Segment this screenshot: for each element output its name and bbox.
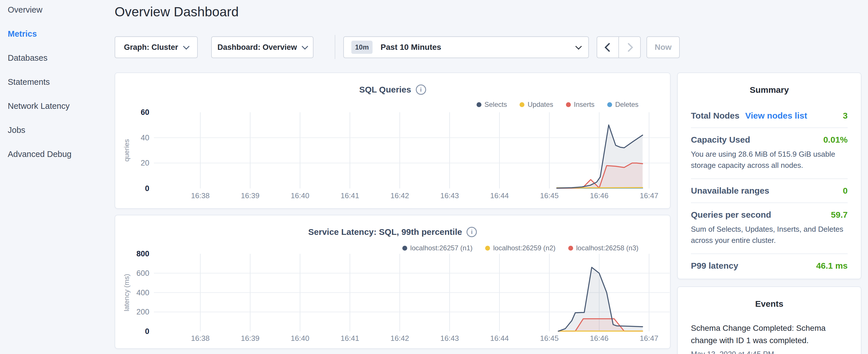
prev-interval-button[interactable] (597, 37, 619, 58)
graph-scope-dropdown[interactable]: Graph: Cluster (115, 36, 198, 58)
chevron-down-icon (576, 43, 582, 50)
legend-label: Deletes (615, 100, 639, 108)
page-title: Overview Dashboard (115, 4, 239, 20)
dashboard-label: Dashboard: Overview (217, 43, 297, 52)
controls-divider (335, 35, 335, 59)
graph-scope-label: Graph: Cluster (124, 43, 178, 52)
legend-item: Selects (476, 100, 507, 108)
x-tick-label: 16:40 (290, 191, 309, 200)
chevron-down-icon (183, 43, 189, 50)
x-tick-label: 16:43 (440, 334, 459, 343)
sidebar-item-databases[interactable]: Databases (8, 53, 105, 63)
y-tick-label: 800 (136, 250, 149, 258)
service-latency-chart: 16:3816:3916:4016:4116:4216:4316:4416:45… (115, 250, 671, 347)
sidebar-nav: OverviewMetricsDatabasesStatementsNetwor… (8, 5, 105, 173)
y-tick-label: 40 (141, 133, 149, 142)
legend-dot-icon (520, 102, 524, 107)
sql-queries-chart: 16:3816:3916:4016:4116:4216:4316:4416:45… (115, 109, 671, 203)
x-tick-label: 16:38 (191, 191, 210, 200)
x-tick-label: 16:39 (241, 334, 259, 343)
y-tick-label: 400 (136, 288, 149, 297)
info-icon[interactable]: i (467, 227, 477, 237)
x-tick-label: 16:42 (390, 334, 409, 343)
time-range-selector[interactable]: 10m Past 10 Minutes (343, 36, 589, 58)
y-axis-title: queries (123, 139, 130, 162)
legend-label: Selects (485, 100, 507, 108)
summary-title: Summary (678, 85, 861, 95)
y-tick-label: 60 (141, 109, 149, 117)
view-nodes-list-link[interactable]: View nodes list (745, 111, 807, 121)
x-tick-label: 16:41 (340, 334, 359, 343)
y-tick-label: 20 (141, 159, 149, 167)
y-tick-label: 600 (136, 269, 149, 278)
x-tick-label: 16:45 (540, 334, 559, 343)
x-tick-label: 16:46 (590, 191, 608, 200)
sidebar-item-network-latency[interactable]: Network Latency (8, 101, 105, 111)
summary-value: 46.1 ms (816, 261, 848, 271)
y-tick-label: 0 (145, 327, 149, 336)
now-button[interactable]: Now (647, 36, 680, 58)
x-tick-label: 16:44 (490, 191, 509, 200)
x-tick-label: 16:45 (540, 191, 559, 200)
info-icon[interactable]: i (416, 85, 426, 95)
x-tick-label: 16:38 (191, 334, 210, 343)
time-window-badge: 10m (351, 41, 373, 54)
service-latency-chart-card: Service Latency: SQL, 99th percentile i … (115, 215, 671, 349)
x-tick-label: 16:42 (390, 191, 409, 200)
x-tick-label: 16:43 (440, 191, 459, 200)
event-timestamp: May 13, 2020 at 4:45 PM (691, 350, 848, 354)
summary-row: Unavailable ranges0 (691, 179, 848, 202)
summary-rows: Total NodesView nodes list3Capacity Used… (678, 111, 861, 278)
summary-row: Capacity Used0.01%You are using 28.6 MiB… (691, 127, 848, 179)
chevron-down-icon (302, 43, 308, 50)
legend-label: Updates (528, 100, 553, 108)
legend-item: Updates (520, 100, 553, 108)
summary-value: 0.01% (823, 135, 848, 144)
time-pager (597, 36, 641, 58)
sidebar-item-statements[interactable]: Statements (8, 77, 105, 87)
sidebar-item-metrics[interactable]: Metrics (8, 29, 105, 39)
summary-row: P99 latency46.1 ms (691, 254, 848, 278)
sidebar-item-advanced-debug[interactable]: Advanced Debug (8, 150, 105, 159)
x-tick-label: 16:40 (290, 334, 309, 343)
legend-item: Deletes (607, 100, 639, 108)
y-tick-label: 200 (136, 308, 149, 316)
events-list: Schema Change Completed: Schema change w… (678, 322, 861, 354)
sidebar-item-jobs[interactable]: Jobs (8, 125, 105, 135)
event-message: Schema Change Completed: Schema change w… (691, 322, 848, 347)
summary-panel: Summary Total NodesView nodes list3Capac… (677, 72, 861, 279)
summary-label: Queries per second (691, 210, 771, 220)
x-tick-label: 16:44 (490, 334, 509, 343)
legend-label: Inserts (574, 100, 595, 108)
sidebar-item-overview[interactable]: Overview (8, 5, 105, 14)
dashboard-dropdown[interactable]: Dashboard: Overview (211, 36, 313, 58)
y-tick-label: 0 (145, 184, 149, 193)
next-interval-button[interactable] (619, 37, 640, 58)
x-tick-label: 16:41 (340, 191, 359, 200)
summary-label: Unavailable ranges (691, 186, 769, 196)
x-tick-label: 16:47 (640, 191, 658, 200)
x-tick-label: 16:46 (590, 334, 608, 343)
chart-title: SQL Queries (359, 85, 411, 95)
chevron-left-icon (604, 43, 614, 52)
chevron-right-icon (624, 43, 633, 52)
legend-item: Inserts (566, 100, 595, 108)
legend-dot-icon (566, 102, 571, 107)
legend-dot-icon (476, 102, 482, 107)
summary-description: You are using 28.6 MiB of 515.9 GiB usab… (691, 149, 848, 171)
time-window-label: Past 10 Minutes (380, 43, 441, 52)
summary-label: Capacity Used (691, 135, 750, 144)
summary-description: Sum of Selects, Updates, Inserts, and De… (691, 224, 848, 246)
chart-title: Service Latency: SQL, 99th percentile (308, 227, 462, 237)
chart-legend: SelectsUpdatesInsertsDeletes (476, 100, 639, 108)
summary-label: P99 latency (691, 261, 738, 271)
summary-value: 3 (843, 111, 848, 121)
summary-value: 59.7 (831, 210, 848, 220)
sql-queries-chart-card: SQL Queries i SelectsUpdatesInsertsDelet… (115, 72, 671, 209)
y-axis-title: latency (ms) (123, 274, 130, 311)
summary-row: Queries per second59.7Sum of Selects, Up… (691, 202, 848, 254)
x-tick-label: 16:47 (640, 334, 658, 343)
summary-row: Total NodesView nodes list3 (691, 111, 848, 127)
events-panel: Events Schema Change Completed: Schema c… (677, 286, 861, 354)
summary-value: 0 (843, 186, 848, 196)
